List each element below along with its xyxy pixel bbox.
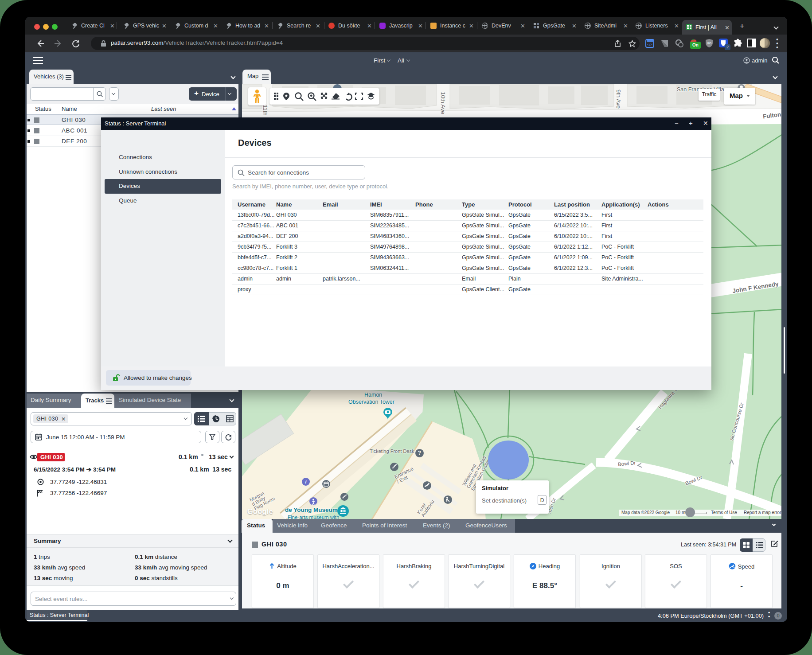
svg-text:</>: </> bbox=[647, 43, 652, 47]
svg-text:UO: UO bbox=[707, 42, 712, 45]
